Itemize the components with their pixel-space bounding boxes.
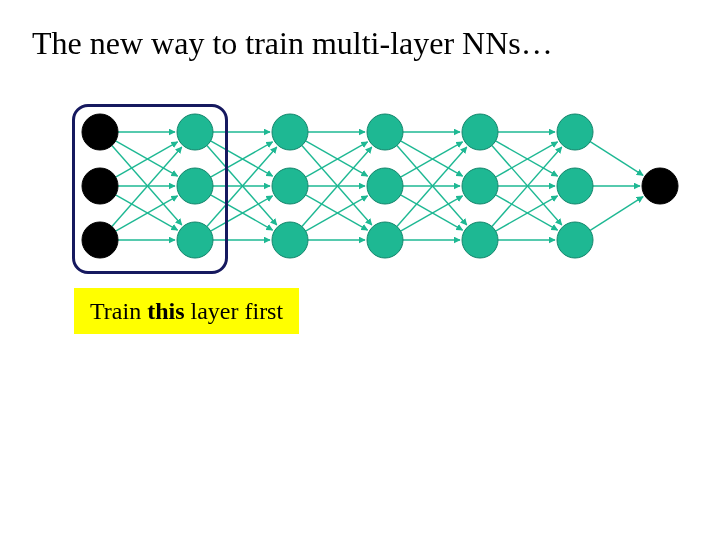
nn-node-hidden5 <box>557 114 593 150</box>
nn-edge <box>306 196 368 231</box>
nn-node-output <box>642 168 678 204</box>
nn-node-hidden5 <box>557 168 593 204</box>
caption-pre: Train <box>90 298 147 324</box>
nn-edge <box>496 196 558 231</box>
slide-title: The new way to train multi-layer NNs… <box>32 24 553 62</box>
slide: The new way to train multi-layer NNs… Tr… <box>0 0 720 540</box>
caption-bold: this <box>147 298 184 324</box>
nn-node-hidden3 <box>367 114 403 150</box>
nn-edge <box>401 196 463 231</box>
nn-edge <box>496 141 558 176</box>
nn-node-hidden3 <box>367 168 403 204</box>
nn-node-hidden3 <box>367 222 403 258</box>
nn-node-hidden2 <box>272 222 308 258</box>
nn-node-hidden2 <box>272 168 308 204</box>
nn-node-hidden4 <box>462 114 498 150</box>
nn-edge <box>590 142 643 176</box>
nn-node-hidden5 <box>557 222 593 258</box>
nn-edge <box>590 197 643 231</box>
nn-node-hidden4 <box>462 168 498 204</box>
neural-network-diagram <box>70 102 690 282</box>
nn-edge <box>401 141 463 176</box>
layer-highlight-box <box>72 104 228 274</box>
nn-node-hidden4 <box>462 222 498 258</box>
caption-post: layer first <box>185 298 284 324</box>
nn-node-hidden2 <box>272 114 308 150</box>
caption-box: Train this layer first <box>74 288 299 334</box>
nn-edge <box>306 141 368 176</box>
